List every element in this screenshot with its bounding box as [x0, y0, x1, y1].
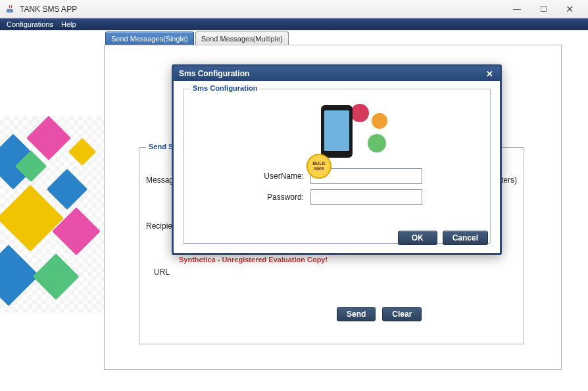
window-title: TANK SMS APP: [20, 5, 504, 14]
phone-icon: [321, 105, 353, 158]
bulk-sms-banner: BULK SMS: [248, 101, 426, 162]
menu-help[interactable]: Help: [57, 20, 80, 28]
config-group: Sms Configuration BULK SMS UserName: Pas…: [183, 89, 491, 244]
synthetica-watermark: Synthetica - Unregistered Evaluation Cop…: [179, 256, 328, 264]
dialog-title-bar: Sms Configuration ✕: [174, 66, 500, 81]
tab-send-multiple[interactable]: Send Messages(Multiple): [195, 32, 289, 46]
username-row: UserName:: [194, 168, 479, 184]
title-bar: TANK SMS APP — ☐ ✕: [0, 0, 588, 18]
ok-button[interactable]: OK: [398, 231, 437, 245]
clear-button[interactable]: Clear: [382, 307, 422, 321]
password-row: Password:: [194, 189, 479, 205]
bubble-icon: [372, 113, 387, 129]
java-icon: [5, 4, 16, 14]
password-label: Password:: [251, 193, 304, 202]
menu-bar: Configurations Help: [0, 18, 588, 30]
username-label: UserName:: [251, 172, 304, 181]
dialog-button-row: OK Cancel: [398, 231, 488, 245]
close-button[interactable]: ✕: [556, 0, 583, 18]
device-icon: [368, 134, 386, 152]
dialog-title: Sms Configuration: [179, 69, 249, 78]
sms-config-dialog: Sms Configuration ✕ Sms Configuration BU…: [172, 64, 502, 255]
bulk-sms-badge: BULK SMS: [306, 154, 331, 179]
svg-rect-0: [7, 9, 13, 12]
config-legend: Sms Configuration: [190, 84, 260, 92]
dialog-body: Sms Configuration BULK SMS UserName: Pas…: [174, 81, 500, 253]
password-input[interactable]: [310, 189, 422, 205]
sms-icon: [351, 104, 369, 122]
menu-configurations[interactable]: Configurations: [3, 20, 57, 28]
maximize-button[interactable]: ☐: [530, 0, 556, 18]
cancel-button[interactable]: Cancel: [443, 231, 488, 245]
tab-bar: Send Messages(Single) Send Messages(Mult…: [105, 32, 289, 46]
decorative-graphic: [0, 116, 109, 313]
dialog-close-button[interactable]: ✕: [484, 68, 495, 79]
send-button[interactable]: Send: [337, 307, 376, 321]
work-area: Send Messages(Single) Send Messages(Mult…: [0, 30, 588, 391]
minimize-button[interactable]: —: [504, 0, 530, 18]
url-label: URL: [154, 267, 170, 277]
tab-send-single[interactable]: Send Messages(Single): [105, 32, 194, 46]
